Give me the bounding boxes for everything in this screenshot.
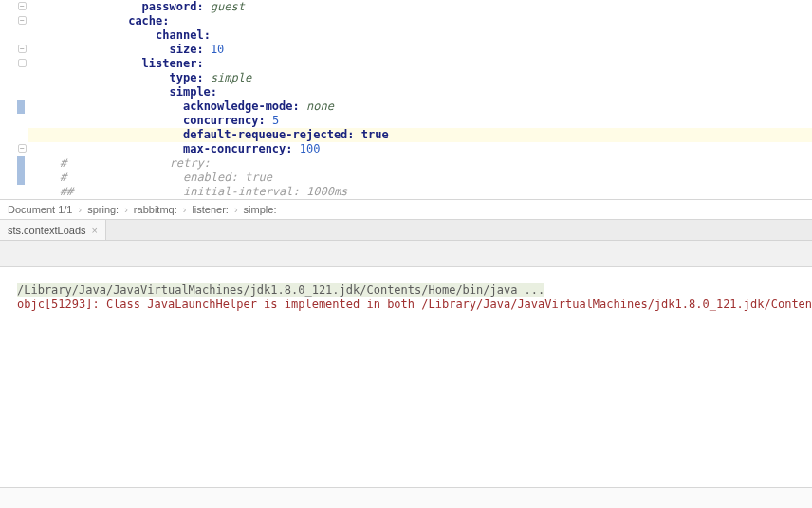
code-line[interactable]: channel: — [28, 28, 812, 43]
code-area[interactable]: password: guest cache: channel: size: 10… — [28, 0, 812, 199]
chevron-right-icon: › — [78, 204, 82, 215]
breadcrumb-part[interactable]: spring: — [87, 204, 119, 215]
breadcrumb-part[interactable]: listener: — [192, 204, 229, 215]
fold-toggle-icon[interactable]: − — [18, 16, 27, 25]
breadcrumb-part[interactable]: rabbitmq: — [134, 204, 177, 215]
status-bar — [0, 487, 812, 508]
chevron-right-icon: › — [183, 204, 187, 215]
code-line[interactable]: ## initial-interval: 1000ms — [28, 185, 812, 199]
code-editor[interactable]: −−−−− password: guest cache: channel: si… — [0, 0, 812, 199]
code-line[interactable]: listener: — [28, 57, 812, 71]
console-warning-line: objc[51293]: Class JavaLaunchHelper is i… — [17, 298, 812, 312]
chevron-right-icon: › — [234, 204, 238, 215]
close-icon[interactable]: × — [92, 225, 98, 236]
console-output[interactable]: /Library/Java/JavaVirtualMachines/jdk1.8… — [0, 267, 812, 485]
breadcrumb-part[interactable]: simple: — [244, 204, 277, 215]
console-command-line: /Library/Java/JavaVirtualMachines/jdk1.8… — [17, 283, 544, 297]
run-tabstrip: sts.contextLoads × — [0, 220, 812, 241]
fold-toggle-icon[interactable]: − — [18, 45, 27, 53]
code-line[interactable]: size: 10 — [28, 43, 812, 57]
code-line[interactable]: password: guest — [28, 0, 812, 14]
change-marker — [17, 156, 25, 171]
code-line[interactable]: concurrency: 5 — [28, 114, 812, 128]
change-marker — [17, 171, 25, 185]
chevron-right-icon: › — [124, 204, 128, 215]
code-line[interactable]: cache: — [28, 14, 812, 28]
editor-gutter: −−−−− — [0, 0, 28, 199]
run-tab[interactable]: sts.contextLoads × — [0, 220, 106, 240]
code-line[interactable]: # enabled: true — [28, 171, 812, 185]
code-line[interactable]: default-requeue-rejected: true — [28, 128, 812, 142]
fold-toggle-icon[interactable]: − — [18, 59, 27, 67]
run-tab-label: sts.contextLoads — [8, 225, 86, 236]
code-line[interactable]: type: simple — [28, 71, 812, 85]
breadcrumb: Document 1/1 › spring: › rabbitmq: › lis… — [0, 199, 812, 220]
change-marker — [17, 100, 25, 114]
code-line[interactable]: max-concurrency: 100 — [28, 142, 812, 156]
code-line[interactable]: simple: — [28, 85, 812, 100]
breadcrumb-doc: Document 1/1 — [8, 204, 72, 215]
console-toolbar — [0, 241, 812, 267]
code-line[interactable]: acknowledge-mode: none — [28, 100, 812, 114]
fold-toggle-icon[interactable]: − — [18, 2, 27, 10]
fold-toggle-icon[interactable]: − — [18, 144, 27, 153]
code-line[interactable]: # retry: — [28, 156, 812, 171]
